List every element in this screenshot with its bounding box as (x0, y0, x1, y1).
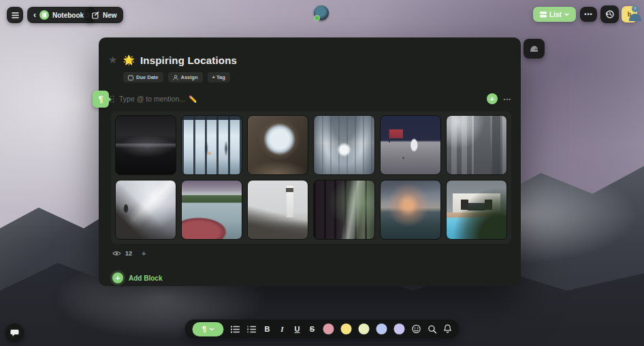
notebook-label: Notebook 3 (52, 12, 89, 19)
note-header: ★ 🌟 Inspiring Locations (99, 37, 521, 66)
color-swatch-pink[interactable] (323, 324, 334, 334)
color-swatch-lime[interactable] (359, 324, 370, 334)
views-row: 12 + (112, 249, 521, 257)
user-avatar[interactable] (628, 4, 643, 22)
pencil-icon: ✏️ (189, 95, 197, 103)
bullet-list-button[interactable] (231, 326, 240, 333)
photo-moon-astronaut[interactable] (380, 115, 441, 175)
calendar-icon (128, 75, 133, 80)
formatting-toolbar: ¶ B I U S (185, 319, 460, 339)
history-icon (605, 10, 615, 19)
photo-ocean-sunset[interactable] (380, 180, 441, 240)
strikethrough-button[interactable]: S (308, 325, 317, 333)
help-chat-button[interactable] (5, 324, 24, 342)
add-tag-button[interactable]: + Tag (208, 72, 230, 82)
new-button-label: New (103, 12, 117, 19)
photo-forest[interactable] (313, 180, 374, 240)
photo-gallery (111, 111, 511, 244)
paragraph-style-dropdown[interactable]: ¶ (193, 322, 224, 336)
photo-glass-hall[interactable] (181, 115, 242, 175)
new-note-button[interactable]: New (86, 7, 123, 23)
notifications-bell-icon[interactable] (444, 324, 452, 334)
bold-button[interactable]: B (263, 325, 272, 333)
compose-icon (92, 12, 99, 19)
favorite-star-icon[interactable]: ★ (108, 54, 117, 66)
numbered-list-button[interactable] (247, 326, 257, 333)
photo-red-canoe[interactable] (181, 180, 242, 240)
paragraph-icon: ¶ (99, 95, 103, 104)
desktop: ‹ Notebook 3 New List ••• b (0, 0, 644, 346)
history-button[interactable] (600, 5, 619, 23)
color-swatch-lavender[interactable] (394, 324, 405, 334)
photo-villa-pool[interactable] (446, 180, 507, 240)
color-swatch-yellow[interactable] (341, 324, 352, 334)
mention-placeholder[interactable]: Type @ to mention... (119, 95, 185, 103)
note-card: ★ 🌟 Inspiring Locations Due Date Assign … (99, 37, 521, 286)
paragraph-block-handle[interactable]: ¶ (93, 91, 109, 108)
person-icon (173, 75, 178, 80)
chevron-down-icon (209, 328, 214, 331)
floating-panel-button[interactable] (524, 39, 545, 59)
text-block[interactable]: ¶ Type @ to mention... ✏️ + ••• (110, 92, 511, 106)
add-block-icon[interactable]: + (112, 272, 123, 283)
add-block-label: Add Block (129, 274, 162, 282)
notebook-icon (39, 10, 49, 20)
helmet-icon (529, 44, 539, 54)
add-reaction-button[interactable]: + (142, 249, 146, 257)
hamburger-menu-button[interactable] (7, 7, 23, 23)
photo-dark-garage[interactable] (115, 115, 176, 175)
more-options-button[interactable]: ••• (580, 7, 597, 22)
ellipsis-icon: ••• (584, 11, 592, 18)
chat-bubble-icon (10, 329, 19, 337)
view-switcher-button[interactable]: List (533, 7, 576, 22)
block-add-button[interactable]: + (487, 93, 498, 104)
chevron-down-icon (564, 13, 569, 16)
photo-cave-sea[interactable] (247, 115, 308, 175)
drag-handle-icon[interactable] (110, 95, 114, 103)
assign-label: Assign (181, 74, 198, 80)
search-icon[interactable] (428, 325, 437, 334)
photo-castle[interactable] (446, 115, 507, 175)
note-title-emoji: 🌟 (123, 54, 134, 65)
paragraph-icon: ¶ (202, 325, 206, 333)
color-swatch-blue[interactable] (376, 324, 387, 334)
views-icon[interactable] (112, 250, 121, 257)
italic-button[interactable]: I (278, 325, 287, 333)
tag-label: + Tag (212, 74, 225, 80)
due-date-button[interactable]: Due Date (123, 72, 163, 82)
block-more-button[interactable]: ••• (504, 96, 511, 102)
photo-train-station[interactable] (313, 115, 374, 175)
add-block-row[interactable]: + Add Block (112, 272, 521, 283)
photo-lighthouse[interactable] (247, 180, 308, 240)
hamburger-icon (12, 12, 19, 18)
view-switcher-label: List (549, 11, 562, 18)
back-chevron-icon[interactable]: ‹ (33, 11, 36, 19)
underline-button[interactable]: U (293, 325, 302, 333)
person-icon (628, 4, 643, 22)
due-date-label: Due Date (136, 74, 159, 80)
emoji-button[interactable] (412, 324, 421, 334)
workspace-avatar[interactable] (314, 5, 329, 20)
note-title[interactable]: Inspiring Locations (140, 54, 237, 66)
photo-mountain-hiker[interactable] (115, 180, 176, 240)
assign-button[interactable]: Assign (168, 72, 203, 82)
list-view-icon (540, 12, 547, 18)
note-meta-row: Due Date Assign + Tag (123, 72, 521, 82)
views-count: 12 (125, 250, 132, 257)
